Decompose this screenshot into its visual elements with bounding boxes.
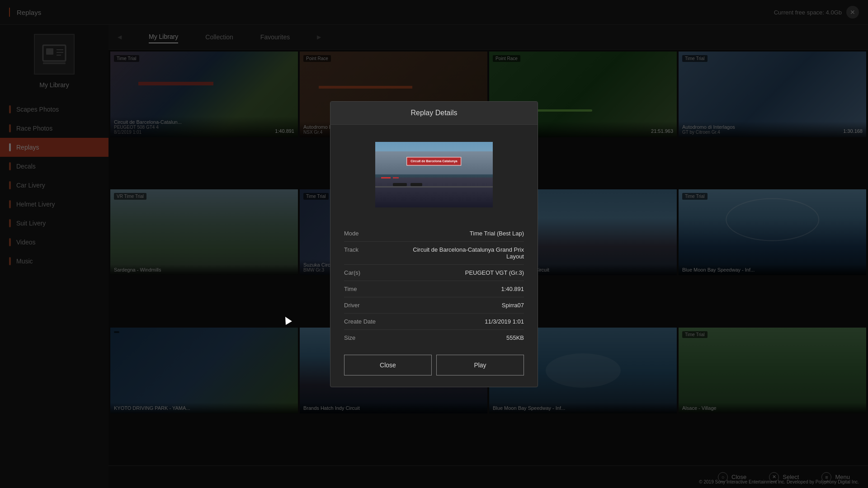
detail-row-cars: Car(s) PEUGEOT VGT (Gr.3) — [344, 265, 524, 281]
detail-row-track: Track Circuit de Barcelona-Catalunya Gra… — [344, 242, 524, 265]
value-size: 555KB — [506, 334, 524, 341]
detail-row-time: Time 1:40.891 — [344, 281, 524, 297]
label-cars: Car(s) — [344, 269, 360, 276]
modal-play-button[interactable]: Play — [436, 355, 524, 375]
modal-overlay: Replay Details Circuit de Barcelona Cata… — [0, 0, 868, 488]
replay-preview: Circuit de Barcelona Catalunya — [375, 142, 493, 207]
modal-details: Mode Time Trial (Best Lap) Track Circuit… — [330, 221, 538, 355]
detail-row-size: Size 555KB — [344, 330, 524, 346]
copyright-text: © 2019 Sony Interactive Entertainment In… — [699, 479, 859, 484]
value-cars: PEUGEOT VGT (Gr.3) — [465, 269, 524, 276]
value-create-date: 11/3/2019 1:01 — [485, 318, 524, 325]
modal-title: Replay Details — [410, 109, 457, 117]
value-driver: Spirra07 — [502, 302, 524, 309]
label-create-date: Create Date — [344, 318, 376, 325]
label-size: Size — [344, 334, 355, 341]
label-driver: Driver — [344, 302, 360, 309]
value-time: 1:40.891 — [501, 286, 524, 292]
track-logo: Circuit de Barcelona Catalunya — [406, 157, 461, 165]
value-mode: Time Trial (Best Lap) — [470, 230, 524, 237]
value-track: Circuit de Barcelona-Catalunya Grand Pri… — [406, 246, 524, 260]
detail-row-driver: Driver Spirra07 — [344, 297, 524, 314]
replay-details-modal: Replay Details Circuit de Barcelona Cata… — [330, 101, 538, 387]
detail-row-mode: Mode Time Trial (Best Lap) — [344, 225, 524, 242]
detail-row-create-date: Create Date 11/3/2019 1:01 — [344, 314, 524, 330]
modal-buttons: Close Play — [344, 355, 524, 375]
modal-header: Replay Details — [330, 102, 538, 125]
label-time: Time — [344, 286, 357, 292]
label-mode: Mode — [344, 230, 359, 237]
modal-close-button[interactable]: Close — [344, 355, 432, 375]
label-track: Track — [344, 246, 359, 253]
